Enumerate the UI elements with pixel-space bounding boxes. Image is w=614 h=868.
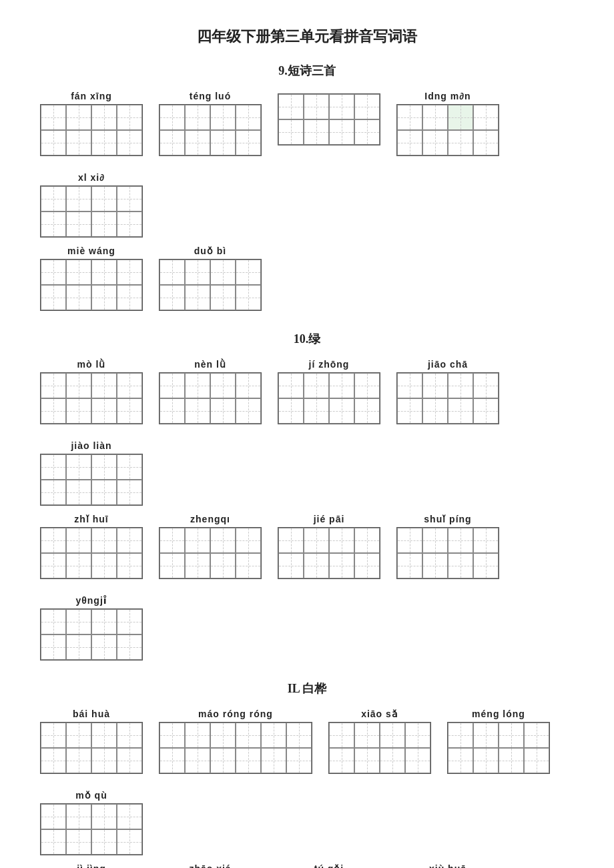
pinyin-label: zhengqı	[190, 514, 230, 524]
char-cell	[66, 454, 91, 480]
char-cell	[185, 528, 210, 553]
char-cell	[117, 373, 142, 398]
word-group: Idng m∂n	[396, 91, 499, 156]
char-grid	[40, 454, 143, 506]
char-cell	[91, 723, 117, 748]
char-cell	[66, 260, 91, 285]
char-cell	[66, 829, 91, 855]
section-title: 10.绿	[40, 331, 574, 347]
char-cell	[380, 723, 405, 748]
char-cell	[91, 829, 117, 855]
word-row: bái huàmáo róng róngxiāo sǎméng lóngmǒ q…	[40, 709, 574, 855]
word-group: zhāo xiá	[159, 863, 262, 868]
char-cell	[160, 528, 185, 553]
char-grid	[278, 527, 380, 579]
char-cell	[160, 373, 185, 398]
word-group: xl xi∂	[40, 172, 143, 238]
char-cell	[354, 94, 380, 119]
word-group: téng luó	[159, 91, 262, 156]
word-row: jì jìngzhāo xiátú gǒixiù huāmòi suì	[40, 863, 574, 868]
char-grid	[278, 93, 380, 145]
pinyin-label: jié pāi	[314, 514, 345, 524]
pinyin-label: xl xi∂	[78, 172, 105, 183]
char-cell	[354, 723, 380, 748]
char-cell	[117, 130, 142, 155]
word-group: xiāo sǎ	[328, 709, 431, 774]
char-cell	[286, 723, 312, 748]
char-cell	[66, 105, 91, 130]
char-cell	[422, 528, 448, 553]
char-cell	[66, 723, 91, 748]
char-cell	[66, 211, 91, 237]
char-grid	[396, 527, 499, 579]
char-cell	[160, 553, 185, 578]
char-cell	[210, 723, 236, 748]
word-group: jiāo chā	[396, 359, 499, 424]
char-cell	[473, 130, 499, 155]
char-cell	[117, 723, 142, 748]
char-cell	[304, 94, 329, 119]
char-cell	[524, 723, 549, 748]
char-grid	[396, 104, 499, 156]
word-group: yθngji̊	[40, 595, 143, 661]
char-cell	[91, 634, 117, 660]
section-section-10: 10.绿mò lǜnèn lǜjí zhōngjiāo chājiào liàn…	[40, 331, 574, 661]
char-cell	[117, 480, 142, 505]
char-cell	[448, 528, 473, 553]
char-cell	[473, 373, 499, 398]
pinyin-label: xiù huā	[429, 863, 467, 868]
char-cell	[117, 105, 142, 130]
char-cell	[278, 398, 304, 424]
word-group: zhengqı	[159, 514, 262, 579]
char-cell	[66, 804, 91, 829]
char-cell	[91, 130, 117, 155]
char-cell	[473, 398, 499, 424]
char-cell	[473, 748, 499, 773]
char-cell	[405, 723, 430, 748]
char-cell	[41, 130, 66, 155]
char-cell	[448, 553, 473, 578]
char-cell	[41, 804, 66, 829]
char-cell	[210, 260, 236, 285]
char-cell	[380, 748, 405, 773]
char-cell	[117, 829, 142, 855]
pinyin-label: jiào liàn	[71, 440, 111, 451]
char-cell	[304, 373, 329, 398]
char-cell	[41, 105, 66, 130]
char-cell	[236, 373, 261, 398]
pinyin-label: nèn lǜ	[194, 359, 226, 370]
char-cell	[66, 609, 91, 634]
char-cell	[422, 105, 448, 130]
char-grid	[159, 722, 312, 774]
char-cell	[91, 373, 117, 398]
char-grid	[40, 104, 143, 156]
char-cell	[210, 748, 236, 773]
word-group: jì jìng	[40, 863, 143, 868]
char-cell	[236, 553, 261, 578]
char-grid	[40, 185, 143, 238]
word-group: máo róng róng	[159, 709, 312, 774]
pinyin-label: zhǐ huī	[74, 514, 108, 524]
char-cell	[473, 723, 499, 748]
page-title: 四年级下册第三单元看拼音写词语	[40, 27, 574, 47]
section-title: IL 白桦	[40, 681, 574, 697]
word-group: zhǐ huī	[40, 514, 143, 579]
pinyin-label: jí zhōng	[309, 359, 350, 370]
char-cell	[304, 553, 329, 578]
char-cell	[448, 723, 473, 748]
char-grid	[40, 372, 143, 424]
pinyin-label: mǒ qù	[75, 790, 107, 801]
section-section-9: 9.短诗三首fán xīngténg luóIdng m∂nxl xi∂miè …	[40, 63, 574, 311]
char-cell	[91, 609, 117, 634]
char-cell	[66, 398, 91, 424]
char-cell	[354, 119, 380, 145]
char-cell	[422, 373, 448, 398]
char-cell	[41, 528, 66, 553]
char-cell	[210, 398, 236, 424]
word-group: shuǐ píng	[396, 514, 499, 579]
char-grid	[40, 803, 143, 855]
char-cell	[354, 528, 380, 553]
char-cell	[304, 528, 329, 553]
char-cell	[329, 553, 354, 578]
pinyin-label: fán xīng	[71, 91, 112, 101]
